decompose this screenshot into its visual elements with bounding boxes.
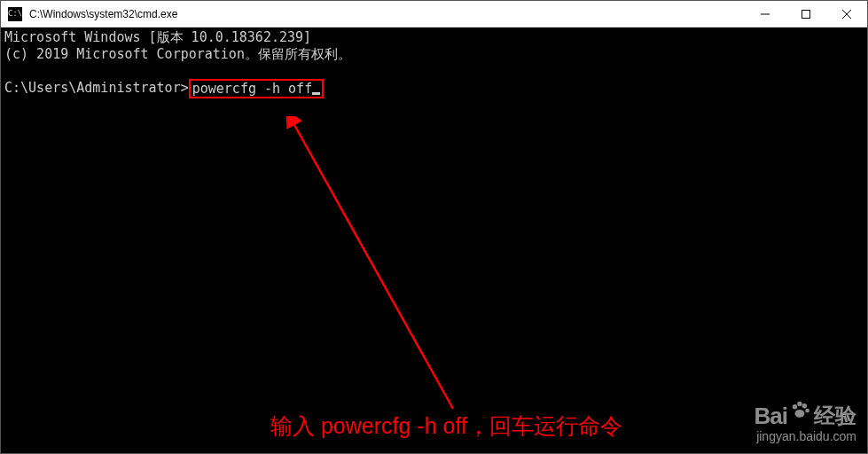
prompt-text: C:\Users\Administrator> — [4, 80, 189, 97]
watermark-brand: Bai — [755, 402, 787, 431]
annotation-text: 输入 powercfg -h off，回车运行命令 — [270, 412, 622, 440]
command-highlight: powercfg -h off — [189, 79, 324, 98]
close-button[interactable] — [826, 1, 867, 27]
cmd-icon: C:\ — [8, 7, 22, 21]
titlebar[interactable]: C:\ C:\Windows\system32\cmd.exe — [1, 1, 867, 27]
svg-point-10 — [795, 410, 805, 418]
svg-point-9 — [805, 409, 809, 413]
watermark: Bai 经验 jingyan.baidu.com — [755, 402, 856, 444]
version-line: Microsoft Windows [版本 10.0.18362.239] — [4, 29, 864, 46]
watermark-url: jingyan.baidu.com — [755, 429, 856, 445]
minimize-icon — [761, 10, 770, 19]
watermark-cn: 经验 — [814, 403, 856, 429]
maximize-icon — [802, 10, 810, 19]
annotation-arrow — [178, 116, 533, 427]
minimize-button[interactable] — [745, 1, 786, 27]
cursor — [312, 92, 320, 95]
copyright-line: (c) 2019 Microsoft Corporation。保留所有权利。 — [4, 46, 864, 63]
prompt-line: C:\Users\Administrator>powercfg -h off — [4, 79, 864, 98]
window-title: C:\Windows\system32\cmd.exe — [29, 8, 745, 20]
maximize-button[interactable] — [786, 1, 826, 27]
close-icon — [842, 10, 851, 19]
paw-icon — [789, 398, 812, 427]
terminal-area[interactable]: Microsoft Windows [版本 10.0.18362.239] (c… — [1, 27, 867, 453]
blank-line — [4, 63, 864, 79]
command-text: powercfg -h off — [192, 81, 312, 97]
window-controls — [745, 1, 867, 27]
cmd-icon-label: C:\ — [8, 10, 22, 18]
svg-point-6 — [793, 404, 797, 409]
svg-line-5 — [293, 123, 453, 409]
cmd-window: C:\ C:\Windows\system32\cmd.exe Microsof… — [0, 0, 868, 454]
svg-point-8 — [802, 403, 807, 408]
svg-rect-1 — [802, 10, 810, 18]
svg-point-7 — [797, 402, 802, 406]
